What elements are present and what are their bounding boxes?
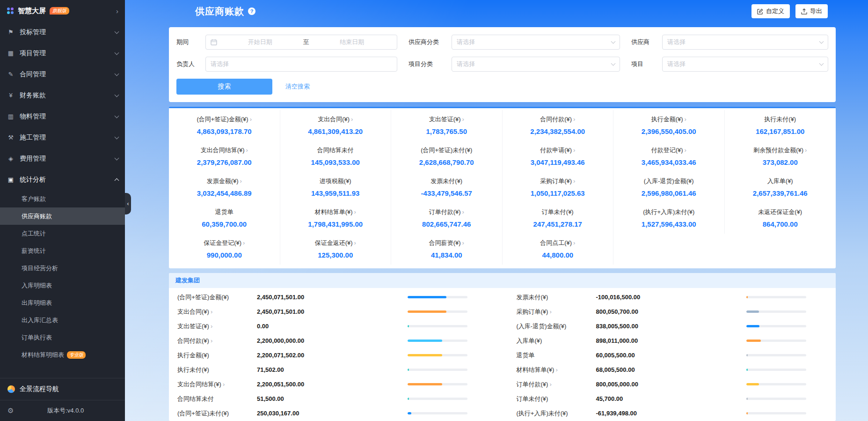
sidebar-item[interactable]: ▦项目管理 (0, 43, 125, 64)
sidebar-subitem[interactable]: 薪资统计 (0, 242, 125, 259)
supplier-category-select[interactable]: 请选择 (452, 35, 620, 50)
stat-cell[interactable]: 付款申请(¥)›3,047,119,493.46 (503, 141, 614, 172)
sidebar-subitem[interactable]: 入库明细表 (0, 277, 125, 294)
sidebar-item[interactable]: ✎合同管理 (0, 64, 125, 85)
detail-label[interactable]: 支出签证(¥)› (177, 322, 257, 331)
stat-cell[interactable]: 采购订单(¥)›1,050,117,025.63 (503, 172, 614, 203)
sidebar-subitem[interactable]: 材料结算明细表专业版 (0, 346, 125, 363)
sidebar-item-label: 施工管理 (20, 133, 110, 142)
supplier-select[interactable]: 请选择 (662, 35, 828, 50)
stat-label: 剩余预付款金额(¥)› (728, 146, 833, 155)
version-text: 版本号:v4.0.0 (14, 406, 117, 415)
stat-cell[interactable]: 支出合同结算(¥)›2,379,276,087.00 (169, 141, 280, 172)
sidebar-item[interactable]: ¥财务账款 (0, 85, 125, 106)
stat-cell: 进项税额(¥)143,959,511.93 (280, 172, 392, 203)
stat-cell[interactable]: (合同+签证)金额(¥)›4,863,093,178.70 (169, 110, 280, 141)
project-select[interactable]: 请选择 (662, 57, 828, 72)
sidebar-subitem[interactable]: 订单执行表 (0, 329, 125, 346)
detail-value: 2,200,000,000.00 (257, 337, 367, 344)
stat-label: 付款登记(¥)› (616, 146, 722, 155)
stat-cell[interactable]: 材料结算单(¥)›1,798,431,995.00 (280, 203, 392, 234)
stat-cell[interactable]: 保证金返还(¥)›125,300.00 (280, 234, 392, 265)
detail-value: 0.00 (257, 323, 367, 330)
summary-stats-card: (合同+签证)金额(¥)›4,863,093,178.70支出合同(¥)›4,8… (169, 107, 836, 268)
stat-cell[interactable]: 合同点工(¥)›44,800.00 (503, 234, 614, 265)
stat-cell[interactable]: 执行金额(¥)›2,396,550,405.00 (613, 110, 725, 141)
detail-label[interactable]: 材料结算单(¥)› (517, 366, 596, 374)
sidebar-subitem[interactable]: 出库明细表 (0, 294, 125, 311)
sidebar-subitem[interactable]: 项目经营分析 (0, 259, 125, 277)
stat-label: 保证金登记(¥)› (172, 239, 277, 247)
sidebar-collapse-handle[interactable]: ‹ (125, 193, 131, 214)
filter-row-1: 期间 开始日期 至 结束日期 供应商分类 请选择 供应商 请选择 (176, 35, 828, 50)
sidebar-subitem[interactable]: 出入库汇总表 (0, 311, 125, 329)
detail-label: 执行金额(¥) (177, 351, 257, 360)
stat-cell[interactable]: 合同付款(¥)›2,234,382,554.00 (503, 110, 614, 141)
group-header[interactable]: 建发集团 (169, 273, 836, 288)
detail-label[interactable]: 采购订单(¥)› (517, 308, 596, 316)
drilldown-arrow-icon: › (240, 177, 242, 185)
chevron-down-icon (115, 50, 119, 55)
stat-label: 付款申请(¥)› (505, 146, 611, 155)
customize-button[interactable]: 自定义 (751, 4, 790, 18)
pro-badge: 专业版 (67, 351, 86, 359)
stat-value: 802,665,747.46 (394, 220, 499, 228)
stat-cell[interactable]: 付款登记(¥)›3,465,934,033.46 (613, 141, 725, 172)
stat-cell[interactable]: 剩余预付款金额(¥)›373,082.00 (725, 141, 836, 172)
detail-right-column: 发票未付(¥)-100,016,500.00采购订单(¥)›800,050,70… (517, 290, 828, 421)
sidebar-subitem[interactable]: 供应商账款 (0, 207, 125, 225)
detail-grid: (合同+签证)金额(¥)2,450,071,501.00支出合同(¥)›2,45… (169, 288, 836, 421)
stat-label: 订单付款(¥)› (394, 208, 499, 216)
detail-label[interactable]: 支出合同(¥)› (177, 308, 257, 316)
help-icon[interactable]: ? (248, 7, 255, 15)
sidebar-subitem-label: 出库明细表 (22, 299, 52, 307)
stat-cell[interactable]: 订单付款(¥)›802,665,747.46 (391, 203, 503, 234)
detail-label[interactable]: 合同付款(¥)› (177, 337, 257, 345)
sidebar-item[interactable]: ▣统计分析 (0, 169, 125, 190)
stat-cell[interactable]: 发票金额(¥)›3,032,454,486.89 (169, 172, 280, 203)
date-range-input[interactable]: 开始日期 至 结束日期 (205, 35, 397, 50)
stat-label: 发票未付(¥) (394, 177, 499, 185)
manager-input[interactable]: 请选择 (205, 57, 397, 72)
drilldown-arrow-icon: › (685, 116, 686, 123)
logo-row[interactable]: 智慧大屏 旗舰版 › (0, 0, 125, 22)
stat-value: 145,093,533.00 (283, 158, 388, 166)
stat-cell[interactable]: 支出合同(¥)›4,861,309,413.20 (280, 110, 392, 141)
detail-row: 采购订单(¥)›800,050,700.00 (517, 304, 828, 319)
sidebar-subitem-label: 供应商账款 (22, 212, 52, 221)
sidebar-item[interactable]: ⚒施工管理 (0, 127, 125, 148)
stat-cell: (入库-退货)金额(¥)2,596,980,061.46 (613, 172, 725, 203)
sidebar-item[interactable]: ▥物料管理 (0, 106, 125, 127)
panorama-icon (7, 385, 15, 393)
gear-icon[interactable]: ⚙ (7, 406, 14, 415)
main-area: 供应商账款 ? 自定义 导出 期间 开始日 (125, 0, 868, 421)
detail-value: 71,502.00 (257, 366, 367, 373)
panorama-flow-nav[interactable]: 全景流程导航 (0, 378, 125, 400)
sidebar-subitem[interactable]: 客户账款 (0, 190, 125, 207)
app-title: 智慧大屏 (18, 7, 46, 15)
drilldown-arrow-icon: › (250, 116, 252, 123)
sidebar-subitem[interactable]: 点工统计 (0, 225, 125, 242)
detail-label[interactable]: 支出合同结算(¥)› (177, 380, 257, 389)
stat-label: 订单未付(¥) (505, 208, 611, 216)
export-button[interactable]: 导出 (795, 4, 828, 18)
search-button[interactable]: 搜索 (176, 79, 272, 95)
stat-cell[interactable]: 保证金登记(¥)›990,000.00 (169, 234, 280, 265)
detail-value: 45,700.00 (596, 395, 706, 402)
stat-value: 1,050,117,025.63 (505, 189, 611, 197)
stat-cell[interactable]: 合同薪资(¥)›41,834.00 (391, 234, 503, 265)
detail-row: 支出合同(¥)›2,450,071,501.00 (177, 304, 489, 319)
sidebar-item[interactable]: ◈费用管理 (0, 148, 125, 169)
stat-value: 864,700.00 (728, 220, 833, 228)
sidebar-item-label: 项目管理 (20, 49, 110, 58)
project-label: 项目 (631, 60, 662, 68)
project-category-select[interactable]: 请选择 (452, 57, 620, 72)
clear-search-link[interactable]: 清空搜索 (285, 82, 310, 91)
stat-cell[interactable]: 支出签证(¥)›1,783,765.50 (391, 110, 503, 141)
detail-row: 合同结算未付51,500.00 (177, 391, 489, 406)
sidebar-item-label: 费用管理 (20, 155, 110, 163)
start-date-input[interactable]: 开始日期 (220, 38, 300, 46)
end-date-input[interactable]: 结束日期 (312, 38, 393, 46)
detail-label[interactable]: 订单付款(¥)› (517, 380, 596, 389)
sidebar-item[interactable]: ⚑投标管理 (0, 22, 125, 43)
